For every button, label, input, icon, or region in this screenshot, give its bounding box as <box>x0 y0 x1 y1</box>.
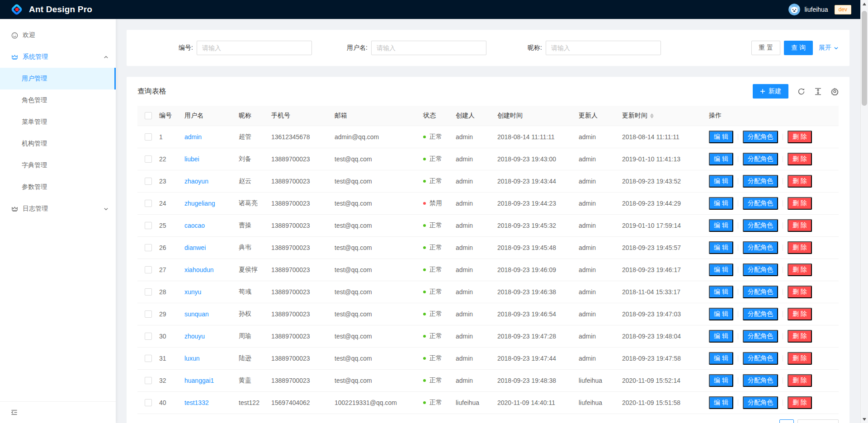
username-link[interactable]: zhugeliang <box>184 200 215 207</box>
page-number-button[interactable]: 1 <box>779 419 794 423</box>
nickname-field[interactable] <box>546 41 661 55</box>
row-checkbox[interactable] <box>145 399 152 406</box>
cell-creator: liufeihua <box>456 391 497 414</box>
assign-role-button[interactable]: 分配角色 <box>743 241 778 254</box>
sidebar-item-welcome[interactable]: 欢迎 <box>0 24 116 46</box>
username-link[interactable]: xiahoudun <box>184 266 214 273</box>
delete-button[interactable]: 删 除 <box>788 263 812 276</box>
delete-button[interactable]: 删 除 <box>788 352 812 365</box>
cell-id: 1 <box>159 126 184 148</box>
edit-button[interactable]: 编 辑 <box>709 263 733 276</box>
settings-gear-icon[interactable] <box>831 88 839 95</box>
edit-button[interactable]: 编 辑 <box>709 241 733 254</box>
user-avatar[interactable] <box>788 4 800 15</box>
username-link[interactable]: dianwei <box>184 244 206 251</box>
vertical-scrollbar[interactable] <box>860 0 868 423</box>
page-size-select[interactable]: 20 条/页 <box>797 419 839 423</box>
row-checkbox[interactable] <box>145 355 152 362</box>
column-height-icon[interactable] <box>814 88 822 95</box>
action-divider <box>783 355 783 362</box>
query-button[interactable]: 查 询 <box>784 41 813 55</box>
edit-button[interactable]: 编 辑 <box>709 374 733 387</box>
col-header-email: 邮箱 <box>335 106 423 126</box>
assign-role-button[interactable]: 分配角色 <box>743 308 778 320</box>
edit-button[interactable]: 编 辑 <box>709 352 733 365</box>
reload-icon[interactable] <box>797 88 805 95</box>
assign-role-button[interactable]: 分配角色 <box>743 286 778 298</box>
delete-button[interactable]: 删 除 <box>788 131 812 143</box>
sidebar-item-menu-mgmt[interactable]: 菜单管理 <box>0 111 116 133</box>
username-link[interactable]: huanggai1 <box>184 377 214 384</box>
assign-role-button[interactable]: 分配角色 <box>743 131 778 143</box>
scrollbar-up-arrow[interactable] <box>861 0 868 8</box>
row-checkbox[interactable] <box>145 200 152 207</box>
sidebar-item-org-mgmt[interactable]: 机构管理 <box>0 133 116 155</box>
assign-role-button[interactable]: 分配角色 <box>743 352 778 365</box>
username-link[interactable]: admin <box>184 133 202 141</box>
edit-button[interactable]: 编 辑 <box>709 175 733 188</box>
delete-button[interactable]: 删 除 <box>788 219 812 232</box>
assign-role-button[interactable]: 分配角色 <box>743 263 778 276</box>
sidebar-item-dict-mgmt[interactable]: 字典管理 <box>0 155 116 176</box>
edit-button[interactable]: 编 辑 <box>709 308 733 320</box>
delete-button[interactable]: 删 除 <box>788 396 812 409</box>
assign-role-button[interactable]: 分配角色 <box>743 374 778 387</box>
assign-role-button[interactable]: 分配角色 <box>743 175 778 188</box>
edit-button[interactable]: 编 辑 <box>709 286 733 298</box>
username-link[interactable]: test1332 <box>184 399 209 406</box>
delete-button[interactable]: 删 除 <box>788 175 812 188</box>
delete-button[interactable]: 删 除 <box>788 241 812 254</box>
sidebar-collapse-trigger[interactable] <box>0 401 116 423</box>
assign-role-button[interactable]: 分配角色 <box>743 153 778 165</box>
delete-button[interactable]: 删 除 <box>788 153 812 165</box>
edit-button[interactable]: 编 辑 <box>709 131 733 143</box>
assign-role-button[interactable]: 分配角色 <box>743 219 778 232</box>
expand-link[interactable]: 展开 <box>819 44 839 52</box>
username-link[interactable]: xunyu <box>184 288 201 296</box>
id-field[interactable] <box>197 41 312 55</box>
sidebar-item-system-mgmt[interactable]: 系统管理 <box>0 46 116 68</box>
row-checkbox[interactable] <box>145 222 152 229</box>
row-checkbox[interactable] <box>145 310 152 318</box>
username-link[interactable]: luxun <box>184 355 199 362</box>
delete-button[interactable]: 删 除 <box>788 286 812 298</box>
edit-button[interactable]: 编 辑 <box>709 153 733 165</box>
edit-button[interactable]: 编 辑 <box>709 330 733 343</box>
username-link[interactable]: zhouyu <box>184 333 205 340</box>
username-link[interactable]: sunquan <box>184 310 209 318</box>
assign-role-button[interactable]: 分配角色 <box>743 396 778 409</box>
delete-button[interactable]: 删 除 <box>788 197 812 210</box>
assign-role-button[interactable]: 分配角色 <box>743 330 778 343</box>
sidebar-item-role-mgmt[interactable]: 角色管理 <box>0 89 116 111</box>
row-checkbox[interactable] <box>145 288 152 296</box>
edit-button[interactable]: 编 辑 <box>709 396 733 409</box>
sidebar-item-log-mgmt[interactable]: 日志管理 <box>0 198 116 220</box>
reset-button[interactable]: 重 置 <box>751 41 780 55</box>
header-username[interactable]: liufeihua <box>804 6 828 13</box>
row-checkbox[interactable] <box>145 155 152 163</box>
row-checkbox[interactable] <box>145 333 152 340</box>
select-all-checkbox[interactable] <box>145 112 152 119</box>
sidebar-item-user-mgmt[interactable]: 用户管理 <box>0 68 116 89</box>
row-checkbox[interactable] <box>145 178 152 185</box>
edit-button[interactable]: 编 辑 <box>709 197 733 210</box>
sort-toggle[interactable] <box>650 113 654 118</box>
edit-button[interactable]: 编 辑 <box>709 219 733 232</box>
username-link[interactable]: zhaoyun <box>184 178 208 185</box>
assign-role-button[interactable]: 分配角色 <box>743 197 778 210</box>
row-checkbox[interactable] <box>145 377 152 384</box>
delete-button[interactable]: 删 除 <box>788 374 812 387</box>
row-checkbox[interactable] <box>145 244 152 251</box>
delete-button[interactable]: 删 除 <box>788 308 812 320</box>
delete-button[interactable]: 删 除 <box>788 330 812 343</box>
username-link[interactable]: liubei <box>184 155 199 163</box>
sidebar-item-param-mgmt[interactable]: 参数管理 <box>0 176 116 198</box>
username-field[interactable] <box>371 41 486 55</box>
username-link[interactable]: caocao <box>184 222 205 229</box>
row-checkbox[interactable] <box>145 133 152 141</box>
scrollbar-down-arrow[interactable] <box>861 415 868 423</box>
row-checkbox[interactable] <box>145 266 152 273</box>
scrollbar-thumb[interactable] <box>862 11 867 106</box>
cell-updated-at: 2018-09-23 19:43:52 <box>622 170 709 192</box>
new-button[interactable]: 新建 <box>753 84 788 99</box>
